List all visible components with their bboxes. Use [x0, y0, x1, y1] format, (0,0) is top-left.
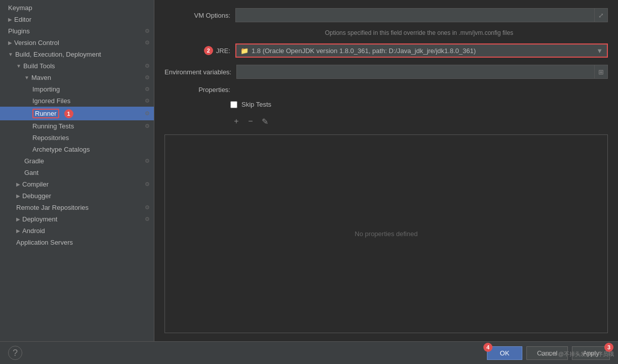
sidebar-item-build-tools[interactable]: ▼ Build Tools ⚙ [0, 60, 154, 72]
sidebar-item-app-servers[interactable]: Application Servers [0, 237, 154, 248]
gear-icon: ⚙ [145, 216, 150, 222]
jre-row: 2 JRE: 📁 1.8 (Oracle OpenJDK version 1.8… [164, 43, 608, 58]
chevron-right-icon: ▶ [16, 216, 20, 222]
sidebar-item-repositories[interactable]: Repositories [0, 132, 154, 144]
chevron-right-icon: ▶ [16, 193, 20, 199]
add-property-button[interactable]: + [230, 115, 242, 127]
sidebar-item-compiler[interactable]: ▶ Compiler ⚙ [0, 178, 154, 190]
gear-icon: ⚙ [145, 28, 150, 34]
env-input[interactable] [237, 66, 594, 78]
gear-icon: ⚙ [145, 181, 150, 188]
sidebar-item-gradle[interactable]: Gradle ⚙ [0, 155, 154, 167]
jre-value: 1.8 (Oracle OpenJDK version 1.8.0_361, p… [252, 47, 596, 55]
vm-options-input[interactable] [236, 10, 594, 21]
chevron-down-icon: ▼ [16, 63, 21, 69]
chevron-down-icon: ▼ [596, 47, 603, 55]
sidebar-item-label: Build Tools [23, 62, 55, 70]
sidebar-item-maven[interactable]: ▼ Maven ⚙ [0, 72, 154, 83]
properties-label-row: Properties: [164, 86, 608, 94]
sidebar-item-label: Runner [35, 110, 57, 117]
sidebar-item-editor[interactable]: ▶ Editor [0, 14, 154, 25]
sidebar-item-label: Running Tests [32, 122, 74, 130]
sidebar-item-archetype-catalogs[interactable]: Archetype Catalogs [0, 144, 154, 155]
watermark-text: CSDN @不掉头发的程序员哦 [541, 350, 614, 358]
properties-label: Properties: [164, 86, 230, 94]
sidebar-item-version-control[interactable]: ▶ Version Control ⚙ [0, 37, 154, 49]
chevron-right-icon: ▶ [8, 17, 12, 22]
sidebar-item-label: Gradle [24, 157, 44, 165]
sidebar-item-label: Maven [31, 74, 51, 81]
env-expand-btn[interactable]: ⊞ [594, 65, 607, 78]
sidebar-item-running-tests[interactable]: Running Tests ⚙ [0, 120, 154, 132]
chevron-down-icon: ▼ [8, 52, 13, 57]
env-row: Environment variables: ⊞ [164, 65, 608, 79]
sidebar-item-plugins[interactable]: Plugins ⚙ [0, 25, 154, 37]
sidebar-item-build-execution[interactable]: ▼ Build, Execution, Deployment [0, 49, 154, 60]
vm-options-label: VM Options: [164, 12, 230, 19]
sidebar-item-android[interactable]: ▶ Android [0, 225, 154, 237]
gear-icon: ⚙ [145, 110, 150, 117]
vm-options-expand-btn[interactable]: ⤢ [594, 9, 607, 22]
settings-sidebar: Keymap ▶ Editor Plugins ⚙ ▶ Version Cont… [0, 0, 154, 341]
folder-icon: 📁 [240, 47, 249, 55]
vm-options-row: VM Options: ⤢ [164, 8, 608, 22]
skip-tests-label: Skip Tests [241, 101, 271, 108]
sidebar-item-keymap[interactable]: Keymap [0, 2, 154, 14]
sidebar-item-label: Archetype Catalogs [32, 146, 90, 153]
gear-icon: ⚙ [145, 98, 150, 104]
sidebar-item-label: Deployment [22, 215, 57, 223]
gear-icon: ⚙ [145, 74, 150, 81]
sidebar-item-label: Version Control [14, 39, 59, 47]
gear-icon: ⚙ [145, 204, 150, 211]
no-properties-text: No properties defined [355, 230, 418, 238]
sidebar-item-label: Gant [24, 169, 38, 176]
sidebar-item-remote-jar[interactable]: Remote Jar Repositories ⚙ [0, 202, 154, 213]
sidebar-item-label: Debugger [22, 192, 51, 200]
sidebar-item-label: Compiler [22, 180, 49, 188]
gear-icon: ⚙ [145, 158, 150, 164]
jre-label: JRE: [216, 47, 230, 55]
help-button[interactable]: ? [8, 346, 22, 360]
chevron-right-icon: ▶ [8, 40, 12, 46]
ok-label: OK [500, 349, 510, 357]
chevron-right-icon: ▶ [16, 181, 20, 187]
runner-badge: 1 [64, 109, 73, 118]
sidebar-item-label: Keymap [8, 4, 32, 12]
settings-content: VM Options: ⤢ Options specified in this … [154, 0, 618, 341]
jre-badge: 2 [204, 46, 213, 55]
sidebar-item-label: Editor [14, 16, 31, 23]
sidebar-item-label: Plugins [8, 27, 30, 35]
sidebar-item-importing[interactable]: Importing ⚙ [0, 83, 154, 95]
vm-options-input-area: ⤢ [235, 8, 608, 22]
runner-label-border: Runner [32, 109, 59, 118]
gear-icon: ⚙ [145, 39, 150, 46]
ok-button[interactable]: 4 OK [487, 346, 522, 360]
sidebar-item-label: Application Servers [16, 239, 73, 246]
jre-select[interactable]: 📁 1.8 (Oracle OpenJDK version 1.8.0_361,… [235, 43, 608, 58]
ok-badge: 4 [483, 343, 492, 352]
properties-area: No properties defined [164, 134, 608, 333]
sidebar-item-label: Repositories [32, 134, 69, 142]
skip-tests-checkbox[interactable] [230, 101, 237, 108]
remove-property-button[interactable]: − [244, 115, 257, 127]
sidebar-item-label: Android [22, 227, 45, 235]
skip-tests-row: Skip Tests [230, 101, 608, 108]
sidebar-item-label: Importing [32, 85, 60, 93]
bottom-bar: ? 4 OK Cancel Apply 3 [0, 341, 618, 364]
chevron-right-icon: ▶ [16, 228, 20, 234]
sidebar-item-deployment[interactable]: ▶ Deployment ⚙ [0, 213, 154, 225]
sidebar-item-label: Ignored Files [32, 97, 70, 105]
sidebar-item-debugger[interactable]: ▶ Debugger [0, 190, 154, 202]
sidebar-item-label: Remote Jar Repositories [16, 204, 89, 211]
edit-property-button[interactable]: ✎ [259, 115, 271, 127]
gear-icon: ⚙ [145, 123, 150, 129]
chevron-down-icon: ▼ [24, 75, 29, 80]
sidebar-item-ignored-files[interactable]: Ignored Files ⚙ [0, 95, 154, 107]
gear-icon: ⚙ [145, 86, 150, 93]
sidebar-item-gant[interactable]: Gant [0, 167, 154, 178]
properties-toolbar: + − ✎ [230, 115, 608, 127]
jre-label-area: 2 JRE: [164, 46, 230, 55]
vm-options-hint: Options specified in this field override… [230, 29, 608, 36]
env-label: Environment variables: [164, 68, 231, 76]
sidebar-item-runner[interactable]: Runner 1 ⚙ [0, 107, 154, 120]
